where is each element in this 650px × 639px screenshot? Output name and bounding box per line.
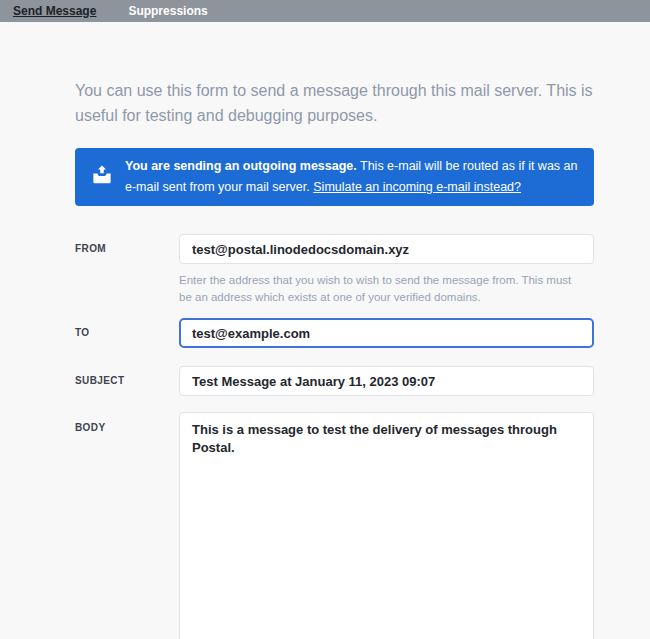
body-label: BODY xyxy=(75,412,179,433)
simulate-incoming-link[interactable]: Simulate an incoming e-mail instead? xyxy=(313,180,521,194)
banner-text: You are sending an outgoing message. Thi… xyxy=(125,156,578,198)
body-row: BODY This is a message to test the deliv… xyxy=(75,412,594,639)
tab-suppressions[interactable]: Suppressions xyxy=(128,4,207,18)
to-row: TO xyxy=(75,318,594,348)
from-input[interactable] xyxy=(179,234,594,264)
banner-bold-text: You are sending an outgoing message. xyxy=(125,159,357,173)
from-label: FROM xyxy=(75,234,179,254)
send-message-form: FROM Enter the address that you wish to … xyxy=(75,234,594,639)
subject-row: SUBJECT xyxy=(75,366,594,396)
to-input[interactable] xyxy=(179,318,594,348)
send-message-page: You can use this form to send a message … xyxy=(0,22,650,639)
from-row: FROM Enter the address that you wish to … xyxy=(75,234,594,306)
intro-text: You can use this form to send a message … xyxy=(75,78,594,128)
subject-input[interactable] xyxy=(179,366,594,396)
outbox-icon xyxy=(91,156,113,190)
tab-send-message[interactable]: Send Message xyxy=(13,4,96,18)
body-textarea[interactable]: This is a message to test the delivery o… xyxy=(179,412,594,639)
outgoing-message-banner: You are sending an outgoing message. Thi… xyxy=(75,148,594,206)
subject-label: SUBJECT xyxy=(75,366,179,386)
top-tab-bar: Send Message Suppressions xyxy=(0,0,650,22)
from-help-text: Enter the address that you wish to wish … xyxy=(179,272,581,306)
to-label: TO xyxy=(75,318,179,338)
